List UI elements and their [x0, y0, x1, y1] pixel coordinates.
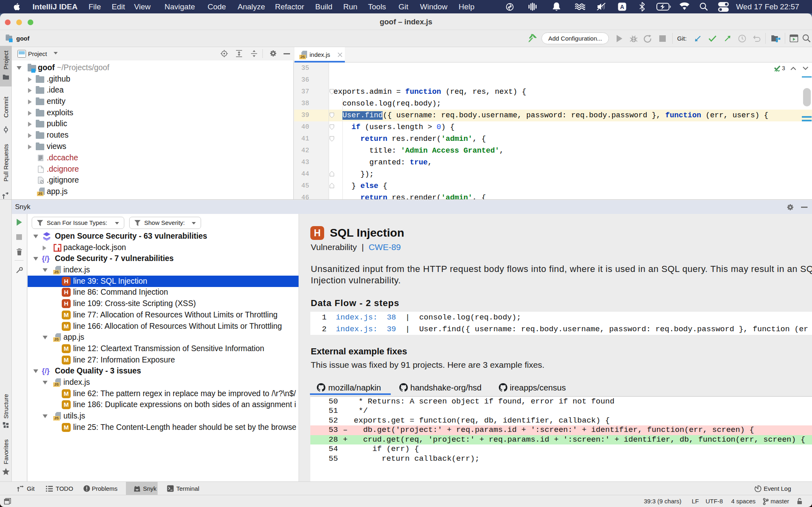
svg-text:A: A: [620, 4, 624, 10]
